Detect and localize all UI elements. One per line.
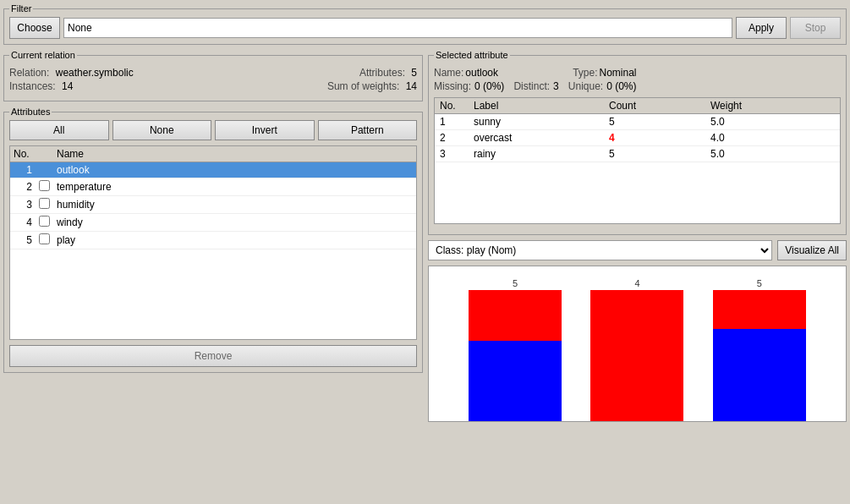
sum-weights-value: 14 xyxy=(406,80,417,92)
sel-col-weight: Weight xyxy=(705,98,840,114)
sel-table-row: 3rainy55.0 xyxy=(435,146,840,162)
selected-attr-table-container: No. Label Count Weight 1sunny55.02overca… xyxy=(434,97,841,224)
bar-group: 5 xyxy=(469,278,562,421)
sel-col-label: Label xyxy=(469,98,604,114)
sel-table-row: 1sunny55.0 xyxy=(435,114,840,130)
sel-weight: 5.0 xyxy=(705,114,840,130)
stop-button: Stop xyxy=(790,17,841,39)
table-row[interactable]: 4windy xyxy=(10,214,416,232)
attr-no: 3 xyxy=(10,196,36,214)
attr-name: windy xyxy=(53,214,416,232)
class-row: Class: play (Nom) Visualize All xyxy=(428,240,847,260)
attr-checkbox-cell xyxy=(36,162,53,178)
instances-value: 14 xyxy=(62,80,73,92)
choose-button[interactable]: Choose xyxy=(9,17,60,39)
attr-name: temperature xyxy=(53,178,416,196)
bar-segment-red xyxy=(590,290,683,421)
table-row[interactable]: 5play xyxy=(10,232,416,249)
invert-button[interactable]: Invert xyxy=(215,120,315,140)
bar xyxy=(713,290,806,421)
current-relation-group: Current relation Relation: weather.symbo… xyxy=(3,50,423,101)
sel-count: 5 xyxy=(604,114,705,130)
col-name xyxy=(36,146,53,162)
filter-input[interactable] xyxy=(63,18,732,38)
attributes-table-container: No. Name 1outlook2temperature3humidity4w… xyxy=(9,145,417,340)
attr-no: 2 xyxy=(10,178,36,196)
sel-col-count: Count xyxy=(604,98,705,114)
attr-no: 5 xyxy=(10,232,36,249)
attr-checkbox[interactable] xyxy=(39,233,50,244)
attr-checkbox[interactable] xyxy=(39,198,50,209)
filter-legend: Filter xyxy=(9,3,33,14)
sel-count: 5 xyxy=(604,146,705,162)
attr-checkbox[interactable] xyxy=(39,216,50,227)
name-label: Name: xyxy=(434,67,463,79)
sum-weights-label: Sum of weights: xyxy=(327,80,399,92)
bar xyxy=(469,290,562,421)
sel-no: 3 xyxy=(435,146,469,162)
selected-attribute-legend: Selected attribute xyxy=(434,50,510,60)
attr-name: humidity xyxy=(53,196,416,214)
selected-attr-table: No. Label Count Weight 1sunny55.02overca… xyxy=(435,98,840,162)
bar-segment-red xyxy=(713,290,806,329)
visualize-all-button[interactable]: Visualize All xyxy=(777,240,847,260)
bar-segment-red xyxy=(469,290,562,341)
attributes-label: Attributes: xyxy=(359,67,405,79)
current-relation-legend: Current relation xyxy=(9,50,77,60)
sel-weight: 4.0 xyxy=(705,130,840,146)
pattern-button[interactable]: Pattern xyxy=(318,120,418,140)
unique-value: 0 (0%) xyxy=(606,80,636,92)
instances-label: Instances: xyxy=(9,80,56,92)
attr-checkbox[interactable] xyxy=(39,180,50,191)
unique-label: Unique: xyxy=(568,80,603,92)
attributes-legend: Attributes xyxy=(9,107,52,117)
apply-button[interactable]: Apply xyxy=(736,17,787,39)
bar xyxy=(590,290,683,421)
col-name-label: Name xyxy=(53,146,416,162)
bar-group: 5 xyxy=(713,278,806,421)
attr-name: outlook xyxy=(53,162,416,178)
bar-label-top: 5 xyxy=(513,278,518,288)
filter-group: Filter Choose Apply Stop xyxy=(3,3,847,45)
none-button[interactable]: None xyxy=(112,120,212,140)
class-select[interactable]: Class: play (Nom) xyxy=(428,240,772,260)
selected-attribute-group: Selected attribute Name: outlook Type: N… xyxy=(428,50,847,235)
name-value: outlook xyxy=(465,67,498,79)
bar-segment-blue xyxy=(469,341,562,421)
bar-segment-blue xyxy=(713,329,806,421)
distinct-label: Distinct: xyxy=(513,80,550,92)
attr-checkbox-cell xyxy=(36,178,53,196)
table-row[interactable]: 3humidity xyxy=(10,196,416,214)
attr-checkbox-cell xyxy=(36,232,53,249)
sel-col-no: No. xyxy=(435,98,469,114)
attr-checkbox-cell xyxy=(36,214,53,232)
bar-label-top: 4 xyxy=(634,278,639,288)
sel-no: 2 xyxy=(435,130,469,146)
type-value: Nominal xyxy=(599,67,636,79)
sel-no: 1 xyxy=(435,114,469,130)
distinct-value: 3 xyxy=(553,80,559,92)
sel-label: overcast xyxy=(469,130,604,146)
table-row[interactable]: 1outlook xyxy=(10,162,416,178)
attributes-value: 5 xyxy=(411,67,417,79)
attr-no: 4 xyxy=(10,214,36,232)
remove-button[interactable]: Remove xyxy=(9,345,417,367)
all-button[interactable]: All xyxy=(9,120,109,140)
relation-value: weather.symbolic xyxy=(56,67,134,79)
relation-label: Relation: xyxy=(9,67,49,79)
sel-weight: 5.0 xyxy=(705,146,840,162)
sel-count: 4 xyxy=(604,130,705,146)
bar-label-top: 5 xyxy=(757,278,762,288)
chart-area: 545 xyxy=(428,266,847,422)
attr-no: 1 xyxy=(10,162,36,178)
sel-label: sunny xyxy=(469,114,604,130)
missing-label: Missing: xyxy=(434,80,471,92)
col-no: No. xyxy=(10,146,36,162)
table-row[interactable]: 2temperature xyxy=(10,178,416,196)
attributes-table: No. Name 1outlook2temperature3humidity4w… xyxy=(10,146,416,249)
attributes-group: Attributes All None Invert Pattern No. N… xyxy=(3,107,423,373)
attr-name: play xyxy=(53,232,416,249)
sel-table-row: 2overcast44.0 xyxy=(435,130,840,146)
missing-value: 0 (0%) xyxy=(474,80,504,92)
type-label: Type: xyxy=(573,67,597,79)
